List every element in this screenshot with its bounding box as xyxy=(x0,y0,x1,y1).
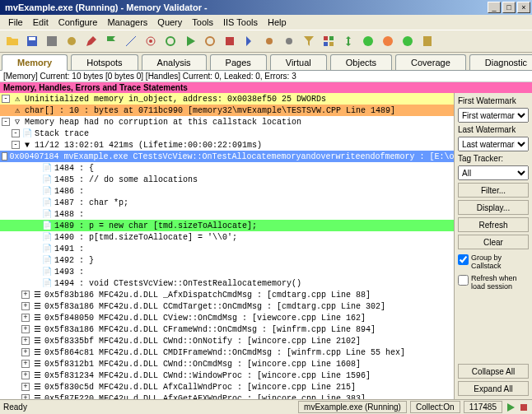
tab-virtual[interactable]: Virtual xyxy=(270,54,327,70)
tab-diagnostic[interactable]: Diagnostic xyxy=(469,54,532,70)
expander-icon[interactable]: - xyxy=(2,118,10,126)
minimize-button[interactable]: _ xyxy=(488,2,501,13)
tab-coverage[interactable]: Coverage xyxy=(395,54,466,70)
tree-row[interactable]: -📄Stack trace xyxy=(0,128,454,139)
expander-icon[interactable]: + xyxy=(21,394,30,399)
expander-icon[interactable]: + xyxy=(21,360,30,368)
expander-icon[interactable]: + xyxy=(21,371,30,379)
filter-icon[interactable] xyxy=(300,32,318,50)
row-text: 1490 : p[tmd.sizeToAllocate] = '\\0'; xyxy=(54,233,237,242)
first-watermark-select[interactable]: First watermark xyxy=(458,108,529,123)
menu-edit[interactable]: Edit xyxy=(28,16,54,29)
expander-icon[interactable]: + xyxy=(21,383,30,391)
wand-icon[interactable] xyxy=(122,32,140,50)
gear-icon[interactable] xyxy=(280,32,298,50)
tab-hotspots[interactable]: Hotspots xyxy=(71,54,138,70)
tree-row[interactable]: ⚠char[] : 10 : bytes at 0711bc990 [memor… xyxy=(0,105,454,116)
expander-icon[interactable]: - xyxy=(2,152,7,160)
tab-analysis[interactable]: Analysis xyxy=(142,54,207,70)
expander-icon[interactable]: - xyxy=(12,129,20,137)
tree-row[interactable]: 📄1486 : xyxy=(0,185,454,197)
tab-pages[interactable]: Pages xyxy=(210,54,267,70)
target-icon[interactable] xyxy=(142,32,160,50)
tree-row[interactable]: 📄1488 : xyxy=(0,208,454,220)
open-icon[interactable] xyxy=(3,32,21,50)
arrows-icon[interactable] xyxy=(339,32,357,50)
refresh-orange-icon[interactable] xyxy=(379,32,397,50)
tree-row[interactable]: +☰0x5f8335bf MFC42u.d.DLL CWnd::OnNotify… xyxy=(0,335,454,347)
book-icon[interactable] xyxy=(418,32,436,50)
expander-icon[interactable]: + xyxy=(21,325,30,333)
expander-icon[interactable]: + xyxy=(21,291,30,299)
expander-icon[interactable]: - xyxy=(12,141,20,149)
expander-icon[interactable]: + xyxy=(21,302,30,310)
display-button[interactable]: Display... xyxy=(458,200,529,215)
menu-managers[interactable]: Managers xyxy=(102,16,152,29)
group-by-callstack-checkbox[interactable] xyxy=(458,254,469,265)
row-icon: 📄 xyxy=(41,186,53,196)
save-icon[interactable] xyxy=(23,32,41,50)
menu-query[interactable]: Query xyxy=(152,16,187,29)
expand-all-button[interactable]: Expand All xyxy=(458,381,529,396)
refresh-button[interactable]: Refresh xyxy=(458,217,529,232)
filter-button[interactable]: Filter... xyxy=(458,183,529,198)
menu-help[interactable]: Help xyxy=(263,16,292,29)
tree-row[interactable]: 📄1487 : char *p; xyxy=(0,197,454,208)
close-button[interactable]: × xyxy=(517,2,530,13)
maximize-button[interactable]: □ xyxy=(502,2,516,13)
expander-icon[interactable]: + xyxy=(21,314,30,322)
tree-row[interactable]: +☰0x5f83a186 MFC42u.d.DLL CFrameWnd::OnC… xyxy=(0,323,454,335)
expander-icon[interactable]: - xyxy=(2,95,10,103)
expander-icon[interactable]: + xyxy=(21,337,30,345)
tree-row[interactable]: -▽Memory heap had no corruption at this … xyxy=(0,116,454,128)
grid-icon[interactable] xyxy=(320,32,338,50)
tree-row[interactable]: 📄1491 : xyxy=(0,243,454,254)
tree-row[interactable]: 📄1490 : p[tmd.sizeToAllocate] = '\\0'; xyxy=(0,231,454,243)
clear-button[interactable]: Clear xyxy=(458,235,529,249)
tree-row[interactable]: 📄1493 : xyxy=(0,266,454,277)
expander-icon[interactable]: + xyxy=(21,348,30,356)
tab-memory[interactable]: Memory xyxy=(2,54,68,71)
play-icon[interactable] xyxy=(181,32,199,50)
tree-row[interactable]: 📄1489 : p = new char [tmd.sizeToAllocate… xyxy=(0,220,454,231)
collapse-all-button[interactable]: Collapse All xyxy=(458,364,529,379)
restart-icon[interactable] xyxy=(201,32,219,50)
refresh-green-icon[interactable] xyxy=(359,32,377,50)
tree-row[interactable]: 📄1485 : // do some allocations xyxy=(0,174,454,185)
menu-iis[interactable]: IIS Tools xyxy=(218,16,263,29)
tree-row[interactable]: 📄1494 : void CTestsVcView::OnTestRealloc… xyxy=(0,277,454,289)
tree-row[interactable]: -0x00407184 mvExample.exe CTestsVcView::… xyxy=(0,151,454,162)
refresh2-icon[interactable] xyxy=(399,32,417,50)
step-icon[interactable] xyxy=(240,32,259,50)
last-watermark-select[interactable]: Last watermark xyxy=(458,137,529,151)
tree-row[interactable]: -⚠Uninitialized memory in_object, addres… xyxy=(0,93,454,105)
stop-icon[interactable] xyxy=(221,32,239,50)
menu-tools[interactable]: Tools xyxy=(187,16,218,29)
tab-objects[interactable]: Objects xyxy=(330,54,392,70)
sync-icon[interactable] xyxy=(161,32,180,50)
tree-row[interactable]: +☰0x5f830c5d MFC42u.d.DLL AfxCallWndProc… xyxy=(0,381,454,393)
flag-icon[interactable] xyxy=(102,32,120,50)
row-icon: 📄 xyxy=(41,267,53,277)
tree-row[interactable]: 📄1484 : { xyxy=(0,162,454,174)
tree-row[interactable]: -▼11/12 13:02:01 421ms (Lifetime:00:00:2… xyxy=(0,139,454,151)
svg-rect-1 xyxy=(29,37,35,40)
settings-icon[interactable] xyxy=(63,32,81,50)
tree-row[interactable]: +☰0x5f83a186 MFC42u.d.DLL CCmdTarget::On… xyxy=(0,300,454,312)
menu-configure[interactable]: Configure xyxy=(54,16,103,29)
tree-row[interactable]: +☰0x5f848050 MFC42u.d.DLL CView::OnCmdMs… xyxy=(0,312,454,323)
tree-row[interactable]: +☰0x5f8312b1 MFC42u.d.DLL CWnd::OnCmdMsg… xyxy=(0,358,454,370)
tree-view[interactable]: -⚠Uninitialized memory in_object, addres… xyxy=(0,93,454,399)
tag-tracker-select[interactable]: All xyxy=(458,165,529,180)
tree-row[interactable]: +☰0x5f831234 MFC42u.d.DLL CWnd::WindowPr… xyxy=(0,370,454,381)
tree-row[interactable]: 📄1492 : } xyxy=(0,254,454,266)
tree-row[interactable]: +☰0x5f87F220 MFC42u.d.DLL AfxGetAFXWndPr… xyxy=(0,393,454,399)
tree-row[interactable]: +☰0x5f864c81 MFC42u.d.DLL CMDIFrameWnd::… xyxy=(0,347,454,358)
refresh-when-load-checkbox[interactable] xyxy=(458,275,469,286)
svg-rect-11 xyxy=(324,42,328,46)
menu-file[interactable]: File xyxy=(3,16,28,29)
link-icon[interactable] xyxy=(260,32,278,50)
pencil-icon[interactable] xyxy=(82,32,100,50)
disk-icon[interactable] xyxy=(43,32,61,50)
tree-row[interactable]: +☰0x5f83b186 MFC42u.d.DLL _AfxDispatchCm… xyxy=(0,289,454,300)
